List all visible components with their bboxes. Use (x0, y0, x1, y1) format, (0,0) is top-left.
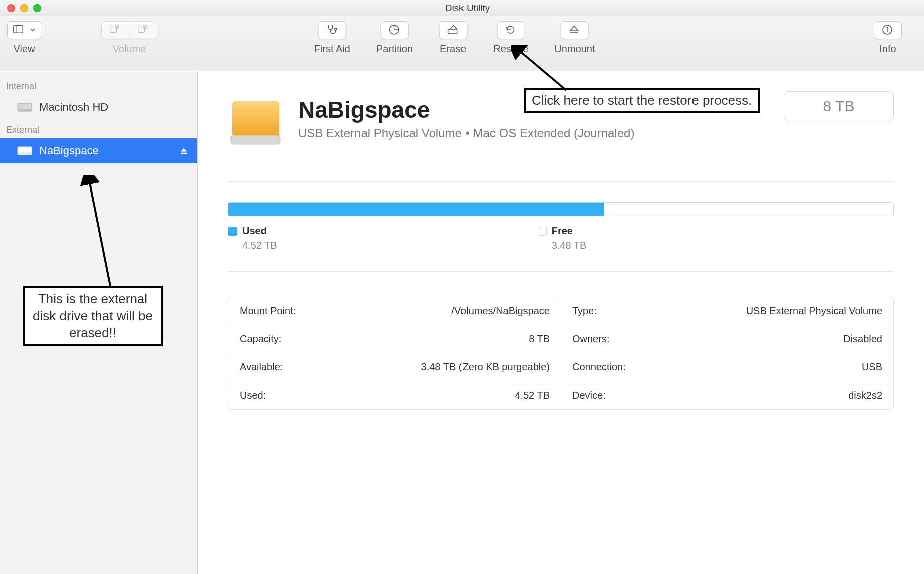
details-row: Mount Point:/Volumes/NaBigspace (228, 297, 561, 325)
sidebar-item-macintosh-hd[interactable]: Macintosh HD (0, 95, 197, 120)
details-value: 3.48 TB (Zero KB purgeable) (421, 361, 550, 373)
details-key: Available: (240, 361, 283, 373)
usage-used-segment (228, 203, 604, 216)
sidebar-item-label: Macintosh HD (39, 101, 108, 114)
info-label: Info (879, 43, 896, 55)
details-key: Capacity: (240, 333, 281, 345)
divider (228, 271, 894, 272)
volume-subtitle: USB External Physical Volume • Mac OS Ex… (298, 126, 634, 140)
disk-utility-window: Disk Utility View (0, 0, 924, 574)
details-row: Connection:USB (561, 353, 893, 381)
sidebar-layout-icon (13, 24, 26, 37)
details-key: Device: (572, 390, 606, 401)
details-row: Device:disk2s2 (561, 381, 893, 409)
details-value: 4.52 TB (515, 390, 550, 401)
free-label: Free (552, 225, 573, 237)
details-key: Connection: (572, 361, 626, 373)
zoom-window-button[interactable] (33, 4, 41, 12)
main-content: 8 TB NaBigspace USB External Physical Vo… (198, 71, 924, 574)
details-key: Type: (572, 305, 597, 317)
eject-icon (568, 24, 581, 37)
eraser-icon (446, 24, 459, 37)
free-value: 3.48 TB (552, 240, 587, 251)
erase-label: Erase (440, 43, 466, 55)
partition-label: Partition (376, 43, 413, 55)
sidebar-header-external: External (0, 120, 197, 138)
details-row: Used:4.52 TB (228, 381, 561, 409)
erase-button[interactable] (439, 21, 467, 39)
view-button[interactable] (7, 21, 41, 39)
svg-point-15 (887, 27, 888, 28)
remove-volume-button[interactable] (129, 21, 157, 39)
partition-button[interactable] (381, 21, 409, 39)
eject-icon[interactable] (179, 145, 188, 158)
details-value: 8 TB (529, 333, 550, 345)
first-aid-label: First Aid (314, 43, 350, 55)
details-row: Type:USB External Physical Volume (561, 297, 893, 325)
divider (228, 181, 894, 182)
annotation-restore: Click here to start the restore process. (524, 88, 760, 113)
close-window-button[interactable] (7, 4, 15, 12)
details-table: Mount Point:/Volumes/NaBigspaceCapacity:… (228, 297, 894, 410)
info-button[interactable] (874, 21, 902, 39)
usage-bar (228, 202, 894, 216)
details-key: Owners: (572, 333, 609, 345)
details-value: /Volumes/NaBigspace (451, 305, 550, 317)
external-disk-icon (17, 145, 32, 157)
sidebar-item-label: NaBigspace (39, 144, 99, 157)
details-row: Owners:Disabled (561, 325, 893, 353)
add-volume-button[interactable] (101, 21, 129, 39)
details-key: Mount Point: (240, 305, 296, 317)
svg-rect-19 (18, 152, 32, 155)
unmount-button[interactable] (561, 21, 589, 39)
used-value: 4.52 TB (242, 240, 277, 251)
total-size-chip: 8 TB (784, 91, 894, 121)
details-value: Disabled (843, 333, 882, 345)
internal-disk-icon (17, 101, 32, 113)
info-icon (881, 24, 894, 37)
pie-chart-icon (388, 24, 401, 37)
volume-remove-icon (137, 24, 150, 37)
svg-rect-23 (231, 135, 280, 144)
volume-add-icon (109, 24, 122, 37)
used-swatch (228, 227, 237, 236)
svg-rect-17 (18, 109, 32, 111)
svg-rect-11 (448, 29, 457, 34)
details-row: Available:3.48 TB (Zero KB purgeable) (228, 353, 561, 381)
svg-point-9 (335, 28, 337, 30)
titlebar: Disk Utility (0, 0, 924, 16)
details-value: USB (862, 361, 882, 373)
toolbar: View Volume (0, 16, 924, 71)
chevron-down-icon (30, 26, 36, 35)
window-title: Disk Utility (41, 3, 894, 14)
view-label: View (14, 43, 35, 55)
svg-rect-20 (181, 153, 187, 154)
volume-label: Volume (113, 43, 146, 55)
stethoscope-icon (326, 24, 339, 37)
traffic-lights (0, 4, 41, 12)
minimize-window-button[interactable] (20, 4, 28, 12)
restore-arrow-icon (504, 24, 517, 37)
external-volume-icon (228, 96, 283, 151)
restore-button[interactable] (497, 21, 525, 39)
sidebar-header-internal: Internal (0, 76, 197, 95)
details-value: USB External Physical Volume (746, 305, 882, 317)
svg-rect-0 (14, 26, 23, 33)
used-label: Used (242, 225, 267, 237)
free-swatch (538, 227, 547, 236)
details-value: disk2s2 (848, 390, 882, 401)
first-aid-button[interactable] (318, 21, 346, 39)
unmount-label: Unmount (554, 43, 595, 55)
svg-rect-22 (232, 101, 279, 136)
restore-label: Restore (493, 43, 528, 55)
sidebar-item-nabigspace[interactable]: NaBigspace (0, 138, 197, 163)
annotation-external-drive: This is the external disk drive that wil… (23, 286, 163, 346)
details-row: Capacity:8 TB (228, 325, 561, 353)
details-key: Used: (240, 390, 266, 401)
